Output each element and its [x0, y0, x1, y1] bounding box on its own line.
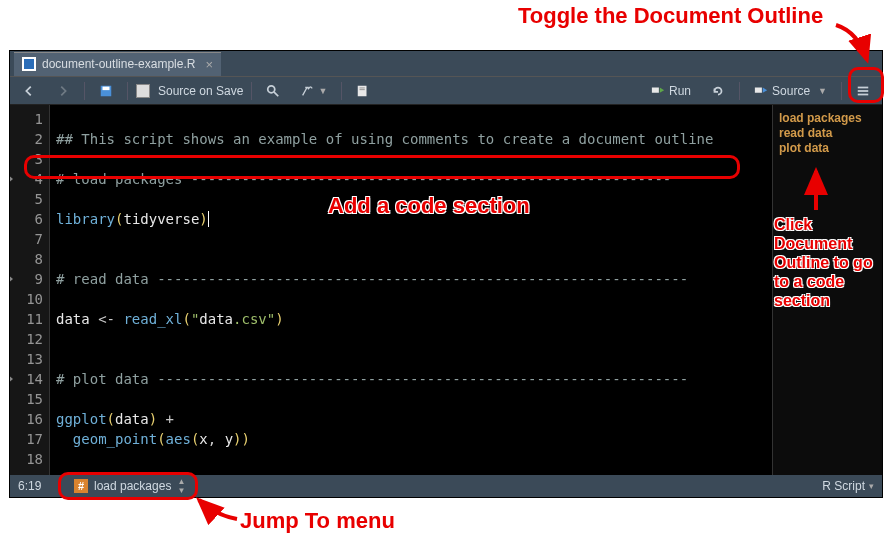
- code-editor[interactable]: ## This script shows an example of using…: [50, 105, 772, 475]
- code-tools-button[interactable]: ▼: [294, 82, 333, 100]
- svg-rect-8: [755, 87, 762, 92]
- document-outline-panel: load packages read data plot data: [772, 105, 882, 475]
- separator: [251, 82, 252, 100]
- nav-back-button[interactable]: [16, 82, 42, 100]
- separator: [127, 82, 128, 100]
- svg-line-3: [274, 91, 278, 95]
- annotation-jump-menu: Jump To menu: [240, 508, 395, 534]
- language-label: R Script: [822, 479, 865, 493]
- separator: [84, 82, 85, 100]
- svg-rect-4: [358, 85, 367, 96]
- editor-toolbar: Source on Save ▼ Run Source▼: [10, 77, 882, 105]
- editor-body: 123456789101112131415161718 ## This scri…: [10, 105, 882, 475]
- status-bar: 6:19 # load packages ▲▼ R Script ▾: [10, 475, 882, 497]
- language-mode[interactable]: R Script ▾: [822, 479, 874, 493]
- separator: [841, 82, 842, 100]
- rerun-button[interactable]: [705, 82, 731, 100]
- nav-fwd-button[interactable]: [50, 82, 76, 100]
- run-label: Run: [669, 84, 691, 98]
- separator: [341, 82, 342, 100]
- r-file-icon: [22, 57, 36, 71]
- jump-to-menu[interactable]: # load packages ▲▼: [68, 477, 191, 495]
- svg-rect-5: [360, 87, 365, 88]
- toggle-outline-button[interactable]: [850, 82, 876, 100]
- file-tab[interactable]: document-outline-example.R ×: [14, 52, 221, 76]
- outline-item[interactable]: read data: [777, 126, 878, 141]
- annotation-toggle-outline: Toggle the Document Outline: [518, 3, 823, 29]
- source-label: Source: [772, 84, 810, 98]
- save-button[interactable]: [93, 82, 119, 100]
- tab-bar: document-outline-example.R ×: [10, 51, 882, 77]
- arrow-jump-menu: [195, 497, 245, 527]
- chevron-icon: ▾: [869, 481, 874, 491]
- find-button[interactable]: [260, 82, 286, 100]
- cursor-position: 6:19: [18, 479, 68, 493]
- outline-item[interactable]: plot data: [777, 141, 878, 156]
- source-button[interactable]: Source▼: [748, 82, 833, 100]
- jump-to-label: load packages: [94, 479, 171, 493]
- svg-rect-7: [652, 87, 659, 92]
- section-icon: #: [74, 479, 88, 493]
- updown-icon: ▲▼: [177, 477, 185, 495]
- compile-report-button[interactable]: [350, 82, 376, 100]
- source-on-save-label: Source on Save: [158, 84, 243, 98]
- outline-item[interactable]: load packages: [777, 111, 878, 126]
- line-number-gutter: 123456789101112131415161718: [10, 105, 50, 475]
- file-tab-label: document-outline-example.R: [42, 57, 195, 71]
- close-tab-icon[interactable]: ×: [205, 57, 213, 72]
- separator: [739, 82, 740, 100]
- svg-rect-6: [360, 89, 365, 90]
- svg-point-2: [268, 85, 275, 92]
- run-button[interactable]: Run: [645, 82, 697, 100]
- svg-rect-1: [103, 86, 110, 90]
- ide-window: document-outline-example.R × Source on S…: [9, 50, 883, 498]
- source-on-save-checkbox[interactable]: [136, 84, 150, 98]
